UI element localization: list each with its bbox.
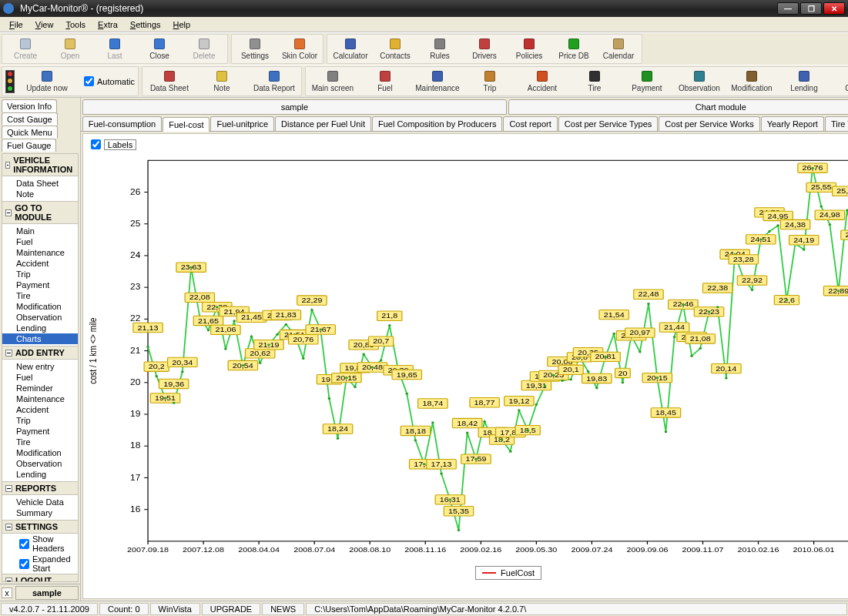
app-icon xyxy=(3,3,14,14)
tb-accident[interactable]: Accident xyxy=(516,68,568,95)
tb-lending[interactable]: Lending xyxy=(778,68,830,95)
minimize-button[interactable]: — xyxy=(777,2,799,15)
tb-payment[interactable]: Payment xyxy=(621,68,673,95)
nav-payment[interactable]: Payment xyxy=(2,280,78,290)
nav-observation[interactable]: Observation xyxy=(2,458,78,469)
sub-tab-distance-per-fuel-unit[interactable]: Distance per Fuel Unit xyxy=(275,116,371,131)
nav-accident[interactable]: Accident xyxy=(2,258,78,269)
svg-text:2009.07.24: 2009.07.24 xyxy=(571,546,612,554)
ltab-quick-menu[interactable]: Quick Menu xyxy=(2,126,58,139)
tb-tire[interactable]: Tire xyxy=(568,68,621,95)
sub-tab-yearly-report[interactable]: Yearly Report xyxy=(761,116,824,131)
tb-calendar[interactable]: Calendar xyxy=(596,35,641,62)
ltab-fuel-gauge[interactable]: Fuel Gauge xyxy=(2,139,56,152)
main-tab-sample[interactable]: sample xyxy=(82,99,507,115)
sub-tab-fuel-consumption[interactable]: Fuel-consumption xyxy=(82,116,162,131)
nav-lending[interactable]: Lending xyxy=(2,323,78,333)
labels-checkbox-input[interactable] xyxy=(91,139,101,149)
tb-data-report[interactable]: Data Report xyxy=(248,68,300,95)
automatic-checkbox[interactable]: Automatic xyxy=(81,74,135,89)
tb-settings[interactable]: Settings xyxy=(233,35,277,62)
svg-text:20,2: 20,2 xyxy=(149,363,165,370)
nav-accident[interactable]: Accident xyxy=(2,404,78,415)
nav-maintenance[interactable]: Maintenance xyxy=(2,393,78,404)
section-add-entry[interactable]: ADD ENTRY xyxy=(2,346,78,360)
tb-update-now[interactable]: Update now xyxy=(19,68,75,95)
sub-tab-fuel-unitprice[interactable]: Fuel-unitprice xyxy=(210,116,274,131)
left-close-button[interactable]: x xyxy=(2,588,12,598)
sub-tab-cost-per-service-types[interactable]: Cost per Service Types xyxy=(558,116,659,131)
nav-fuel[interactable]: Fuel xyxy=(2,372,78,383)
tb-modification[interactable]: Modification xyxy=(726,68,778,95)
nav-charts[interactable]: Charts xyxy=(2,333,78,344)
tb-observation[interactable]: Observation xyxy=(673,68,726,95)
menu-view[interactable]: View xyxy=(29,18,60,31)
tb-rules[interactable]: Rules xyxy=(417,35,462,62)
nav-fuel[interactable]: Fuel xyxy=(2,236,78,247)
nav-trip[interactable]: Trip xyxy=(2,269,78,280)
menu-file[interactable]: File xyxy=(3,18,29,31)
svg-text:2008.07.04: 2008.07.04 xyxy=(293,546,335,554)
tb-main-screen[interactable]: Main screen xyxy=(307,68,359,95)
section-reports[interactable]: REPORTS xyxy=(2,482,78,495)
maximize-button[interactable]: ❐ xyxy=(800,2,822,15)
svg-point-173 xyxy=(483,420,486,423)
ltab-cost-gauge[interactable]: Cost Gauge xyxy=(2,112,58,126)
tb-calculator[interactable]: Calculator xyxy=(328,35,373,62)
nav-tire[interactable]: Tire xyxy=(2,437,78,447)
sub-tab-fuel-composition-by-producers[interactable]: Fuel Composition by Producers xyxy=(372,116,502,131)
tb-trip[interactable]: Trip xyxy=(464,68,516,95)
nav-reminder[interactable]: Reminder xyxy=(2,383,78,393)
menu-extra[interactable]: Extra xyxy=(92,18,124,31)
tb-contacts[interactable]: Contacts xyxy=(373,35,417,62)
sub-tab-cost-report[interactable]: Cost report xyxy=(503,116,557,131)
close-window-button[interactable]: ✕ xyxy=(823,2,845,15)
tb-fuel[interactable]: Fuel xyxy=(359,68,411,95)
tb-policies[interactable]: Policies xyxy=(507,35,551,62)
main-tab-chart-module[interactable]: Chart module xyxy=(508,99,848,115)
menu-tools[interactable]: Tools xyxy=(59,18,92,31)
setting-show-headers[interactable]: Show Headers xyxy=(2,534,78,554)
labels-checkbox[interactable]: Labels xyxy=(88,137,136,152)
nav-trip[interactable]: Trip xyxy=(2,415,78,426)
nav-maintenance[interactable]: Maintenance xyxy=(2,247,78,258)
tb-maintenance[interactable]: Maintenance xyxy=(411,68,464,95)
tb-data-sheet[interactable]: Data Sheet xyxy=(143,68,196,95)
svg-point-230 xyxy=(647,303,650,305)
nav-modification[interactable]: Modification xyxy=(2,301,78,312)
sub-tab-tire-tread-depth-analysis[interactable]: Tire Tread Depth Analysis xyxy=(825,116,848,131)
section-vehicle-information[interactable]: VEHICLE INFORMATION xyxy=(2,154,78,176)
nav-payment[interactable]: Payment xyxy=(2,426,78,437)
nav-tire[interactable]: Tire xyxy=(2,290,78,301)
svg-point-155 xyxy=(431,421,434,424)
sub-tab-fuel-cost[interactable]: Fuel-cost xyxy=(163,117,209,132)
section-go-to-module[interactable]: GO TO MODULE xyxy=(2,202,78,224)
nav-lending[interactable]: Lending xyxy=(2,469,78,480)
nav-main[interactable]: Main xyxy=(2,226,78,236)
menu-help[interactable]: Help xyxy=(167,18,197,31)
svg-point-158 xyxy=(440,473,443,475)
nav-note[interactable]: Note xyxy=(2,189,78,199)
nav-modification[interactable]: Modification xyxy=(2,447,78,458)
section-logout[interactable]: LOGOUT xyxy=(2,574,78,582)
sub-tab-cost-per-service-works[interactable]: Cost per Service Works xyxy=(659,116,759,131)
status-news[interactable]: NEWS xyxy=(262,603,304,615)
tb-drivers[interactable]: Drivers xyxy=(462,35,507,62)
nav-vehicle-data[interactable]: Vehicle Data xyxy=(2,497,78,507)
ltab-version-info[interactable]: Version Info xyxy=(2,99,57,112)
tb-close[interactable]: Close xyxy=(137,35,182,62)
tb-skin-color[interactable]: Skin Color xyxy=(277,35,322,62)
tb-price-db[interactable]: Price DB xyxy=(551,35,596,62)
nav-summary[interactable]: Summary xyxy=(2,507,78,518)
tb-charts[interactable]: Charts xyxy=(830,68,848,95)
section-settings[interactable]: SETTINGS xyxy=(2,521,78,534)
nav-data-sheet[interactable]: Data Sheet xyxy=(2,178,78,189)
menu-settings[interactable]: Settings xyxy=(124,18,167,31)
status-upgrade[interactable]: UPGRADE xyxy=(202,603,260,615)
setting-expanded-start[interactable]: Expanded Start xyxy=(2,554,78,574)
legend-line xyxy=(482,572,496,574)
traffic-icon xyxy=(5,70,15,93)
tb-note[interactable]: Note xyxy=(196,68,248,95)
nav-new-entry[interactable]: New entry xyxy=(2,361,78,372)
nav-observation[interactable]: Observation xyxy=(2,312,78,323)
